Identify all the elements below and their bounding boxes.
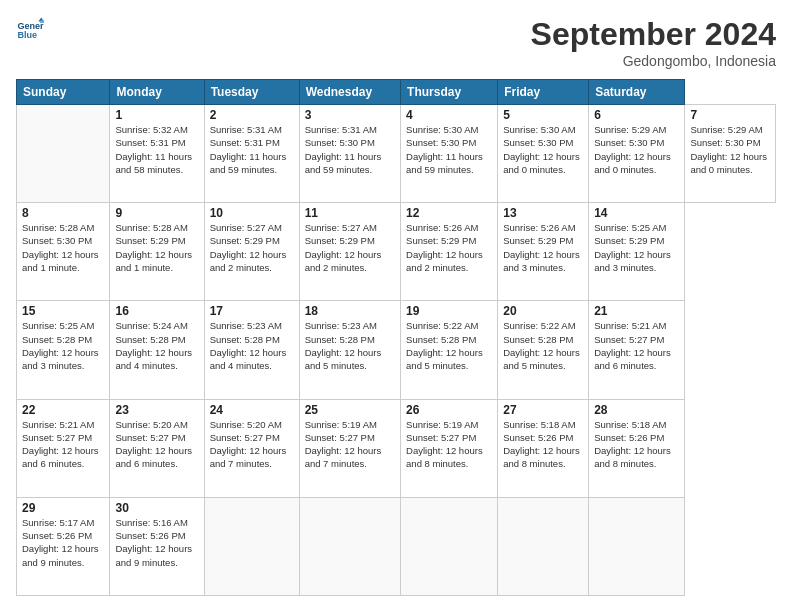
day-number: 9 bbox=[115, 206, 198, 220]
table-row: 14 Sunrise: 5:25 AM Sunset: 5:29 PM Dayl… bbox=[589, 203, 685, 301]
day-info: Sunrise: 5:29 AM Sunset: 5:30 PM Dayligh… bbox=[690, 123, 770, 176]
sunrise: Sunrise: 5:28 AM bbox=[22, 221, 104, 234]
table-row: 21 Sunrise: 5:21 AM Sunset: 5:27 PM Dayl… bbox=[589, 301, 685, 399]
sunrise: Sunrise: 5:16 AM bbox=[115, 516, 198, 529]
day-number: 10 bbox=[210, 206, 294, 220]
daylight: Daylight: 12 hours and 1 minute. bbox=[22, 248, 104, 275]
table-row: 20 Sunrise: 5:22 AM Sunset: 5:28 PM Dayl… bbox=[498, 301, 589, 399]
daylight: Daylight: 12 hours and 9 minutes. bbox=[22, 542, 104, 569]
col-friday: Friday bbox=[498, 80, 589, 105]
day-info: Sunrise: 5:25 AM Sunset: 5:28 PM Dayligh… bbox=[22, 319, 104, 372]
logo-icon: General Blue bbox=[16, 16, 44, 44]
table-row: 6 Sunrise: 5:29 AM Sunset: 5:30 PM Dayli… bbox=[589, 105, 685, 203]
table-row: 13 Sunrise: 5:26 AM Sunset: 5:29 PM Dayl… bbox=[498, 203, 589, 301]
sunrise: Sunrise: 5:23 AM bbox=[305, 319, 395, 332]
daylight: Daylight: 12 hours and 2 minutes. bbox=[406, 248, 492, 275]
table-row: 15 Sunrise: 5:25 AM Sunset: 5:28 PM Dayl… bbox=[17, 301, 110, 399]
table-row: 22 Sunrise: 5:21 AM Sunset: 5:27 PM Dayl… bbox=[17, 399, 110, 497]
svg-text:Blue: Blue bbox=[17, 30, 37, 40]
daylight: Daylight: 12 hours and 3 minutes. bbox=[22, 346, 104, 373]
table-row bbox=[17, 105, 110, 203]
table-row: 17 Sunrise: 5:23 AM Sunset: 5:28 PM Dayl… bbox=[204, 301, 299, 399]
table-row bbox=[498, 497, 589, 595]
table-row: 16 Sunrise: 5:24 AM Sunset: 5:28 PM Dayl… bbox=[110, 301, 204, 399]
day-info: Sunrise: 5:19 AM Sunset: 5:27 PM Dayligh… bbox=[305, 418, 395, 471]
day-number: 5 bbox=[503, 108, 583, 122]
sunset: Sunset: 5:29 PM bbox=[210, 234, 294, 247]
sunrise: Sunrise: 5:29 AM bbox=[690, 123, 770, 136]
day-number: 4 bbox=[406, 108, 492, 122]
sunset: Sunset: 5:28 PM bbox=[503, 333, 583, 346]
table-row: 25 Sunrise: 5:19 AM Sunset: 5:27 PM Dayl… bbox=[299, 399, 400, 497]
sunset: Sunset: 5:28 PM bbox=[406, 333, 492, 346]
daylight: Daylight: 12 hours and 2 minutes. bbox=[210, 248, 294, 275]
col-wednesday: Wednesday bbox=[299, 80, 400, 105]
sunrise: Sunrise: 5:26 AM bbox=[406, 221, 492, 234]
day-number: 17 bbox=[210, 304, 294, 318]
sunset: Sunset: 5:30 PM bbox=[22, 234, 104, 247]
table-row: 10 Sunrise: 5:27 AM Sunset: 5:29 PM Dayl… bbox=[204, 203, 299, 301]
day-number: 29 bbox=[22, 501, 104, 515]
table-row: 9 Sunrise: 5:28 AM Sunset: 5:29 PM Dayli… bbox=[110, 203, 204, 301]
sunset: Sunset: 5:31 PM bbox=[210, 136, 294, 149]
daylight: Daylight: 11 hours and 58 minutes. bbox=[115, 150, 198, 177]
sunset: Sunset: 5:30 PM bbox=[503, 136, 583, 149]
day-number: 6 bbox=[594, 108, 679, 122]
table-row: 18 Sunrise: 5:23 AM Sunset: 5:28 PM Dayl… bbox=[299, 301, 400, 399]
header-row: Sunday Monday Tuesday Wednesday Thursday… bbox=[17, 80, 776, 105]
sunset: Sunset: 5:27 PM bbox=[210, 431, 294, 444]
sunset: Sunset: 5:26 PM bbox=[594, 431, 679, 444]
day-info: Sunrise: 5:16 AM Sunset: 5:26 PM Dayligh… bbox=[115, 516, 198, 569]
daylight: Daylight: 12 hours and 8 minutes. bbox=[503, 444, 583, 471]
day-info: Sunrise: 5:19 AM Sunset: 5:27 PM Dayligh… bbox=[406, 418, 492, 471]
table-row bbox=[401, 497, 498, 595]
daylight: Daylight: 12 hours and 7 minutes. bbox=[305, 444, 395, 471]
daylight: Daylight: 12 hours and 9 minutes. bbox=[115, 542, 198, 569]
day-number: 30 bbox=[115, 501, 198, 515]
sunset: Sunset: 5:30 PM bbox=[594, 136, 679, 149]
day-info: Sunrise: 5:22 AM Sunset: 5:28 PM Dayligh… bbox=[503, 319, 583, 372]
daylight: Daylight: 12 hours and 5 minutes. bbox=[305, 346, 395, 373]
table-row: 2 Sunrise: 5:31 AM Sunset: 5:31 PM Dayli… bbox=[204, 105, 299, 203]
svg-text:General: General bbox=[17, 21, 44, 31]
table-row: 8 Sunrise: 5:28 AM Sunset: 5:30 PM Dayli… bbox=[17, 203, 110, 301]
table-row bbox=[204, 497, 299, 595]
sunset: Sunset: 5:29 PM bbox=[115, 234, 198, 247]
table-row: 23 Sunrise: 5:20 AM Sunset: 5:27 PM Dayl… bbox=[110, 399, 204, 497]
day-number: 21 bbox=[594, 304, 679, 318]
sunset: Sunset: 5:27 PM bbox=[115, 431, 198, 444]
table-row: 4 Sunrise: 5:30 AM Sunset: 5:30 PM Dayli… bbox=[401, 105, 498, 203]
day-info: Sunrise: 5:18 AM Sunset: 5:26 PM Dayligh… bbox=[594, 418, 679, 471]
daylight: Daylight: 12 hours and 5 minutes. bbox=[503, 346, 583, 373]
day-info: Sunrise: 5:23 AM Sunset: 5:28 PM Dayligh… bbox=[305, 319, 395, 372]
day-info: Sunrise: 5:26 AM Sunset: 5:29 PM Dayligh… bbox=[503, 221, 583, 274]
day-number: 23 bbox=[115, 403, 198, 417]
sunrise: Sunrise: 5:25 AM bbox=[594, 221, 679, 234]
sunset: Sunset: 5:30 PM bbox=[406, 136, 492, 149]
daylight: Daylight: 12 hours and 6 minutes. bbox=[115, 444, 198, 471]
table-row: 11 Sunrise: 5:27 AM Sunset: 5:29 PM Dayl… bbox=[299, 203, 400, 301]
day-number: 19 bbox=[406, 304, 492, 318]
sunrise: Sunrise: 5:22 AM bbox=[406, 319, 492, 332]
table-row: 19 Sunrise: 5:22 AM Sunset: 5:28 PM Dayl… bbox=[401, 301, 498, 399]
sunrise: Sunrise: 5:20 AM bbox=[210, 418, 294, 431]
day-number: 25 bbox=[305, 403, 395, 417]
sunrise: Sunrise: 5:29 AM bbox=[594, 123, 679, 136]
day-info: Sunrise: 5:23 AM Sunset: 5:28 PM Dayligh… bbox=[210, 319, 294, 372]
day-info: Sunrise: 5:20 AM Sunset: 5:27 PM Dayligh… bbox=[210, 418, 294, 471]
day-info: Sunrise: 5:22 AM Sunset: 5:28 PM Dayligh… bbox=[406, 319, 492, 372]
daylight: Daylight: 11 hours and 59 minutes. bbox=[406, 150, 492, 177]
sunset: Sunset: 5:29 PM bbox=[503, 234, 583, 247]
sunrise: Sunrise: 5:30 AM bbox=[503, 123, 583, 136]
table-row bbox=[299, 497, 400, 595]
sunset: Sunset: 5:27 PM bbox=[22, 431, 104, 444]
table-row: 24 Sunrise: 5:20 AM Sunset: 5:27 PM Dayl… bbox=[204, 399, 299, 497]
day-number: 3 bbox=[305, 108, 395, 122]
sunset: Sunset: 5:29 PM bbox=[594, 234, 679, 247]
sunrise: Sunrise: 5:21 AM bbox=[594, 319, 679, 332]
day-info: Sunrise: 5:25 AM Sunset: 5:29 PM Dayligh… bbox=[594, 221, 679, 274]
sunrise: Sunrise: 5:31 AM bbox=[210, 123, 294, 136]
day-info: Sunrise: 5:31 AM Sunset: 5:30 PM Dayligh… bbox=[305, 123, 395, 176]
day-number: 14 bbox=[594, 206, 679, 220]
sunrise: Sunrise: 5:19 AM bbox=[406, 418, 492, 431]
